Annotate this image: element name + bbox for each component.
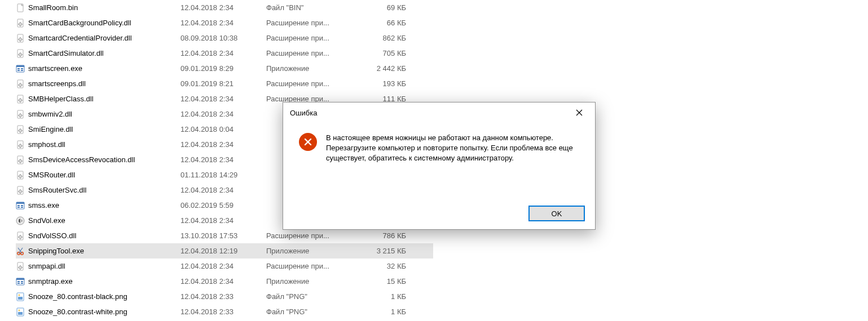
file-row[interactable]: snmpapi.dll12.04.2018 2:34Расширение при… — [16, 258, 433, 274]
file-size: 786 КБ — [355, 231, 406, 240]
file-bin-icon — [16, 3, 25, 12]
file-date: 08.09.2018 10:38 — [180, 34, 266, 42]
file-size: 862 КБ — [355, 34, 406, 42]
svg-rect-62 — [18, 297, 23, 300]
file-type: Файл "PNG" — [266, 292, 355, 301]
file-date: 12.04.2018 2:34 — [180, 49, 266, 57]
file-name: SMBHelperClass.dll — [28, 95, 94, 103]
file-name: snmptrap.exe — [28, 277, 73, 286]
file-exe-icon — [16, 64, 25, 73]
file-dll-icon — [16, 79, 25, 88]
file-date: 12.04.2018 2:34 — [180, 155, 266, 164]
file-snipping-icon — [16, 247, 25, 256]
file-type: Приложение — [266, 64, 355, 73]
file-date: 12.04.2018 2:34 — [180, 110, 266, 118]
file-dll-icon — [16, 95, 25, 104]
svg-point-63 — [19, 294, 20, 296]
file-row[interactable]: smartscreen.exe09.01.2019 8:29Приложение… — [16, 61, 433, 76]
svg-point-3 — [20, 24, 21, 25]
file-dll-icon — [16, 186, 25, 195]
file-row[interactable]: SnippingTool.exe12.04.2018 12:19Приложен… — [16, 243, 433, 258]
file-name: SmartcardCredentialProvider.dll — [28, 34, 132, 42]
file-date: 12.04.2018 2:34 — [180, 186, 266, 194]
svg-point-27 — [20, 130, 21, 131]
dialog-title: Ошибка — [290, 109, 317, 117]
file-date: 09.01.2019 8:29 — [180, 64, 266, 73]
file-type: Расширение при... — [266, 231, 355, 240]
file-row[interactable]: Snooze_80.contrast-white.png12.04.2018 2… — [16, 304, 433, 319]
file-row[interactable]: Snooze_80.contrast-black.png12.04.2018 2… — [16, 289, 433, 304]
file-name: smartscreenps.dll — [28, 79, 86, 88]
svg-point-33 — [20, 160, 21, 162]
svg-point-18 — [20, 84, 21, 86]
svg-point-36 — [20, 176, 21, 177]
error-dialog: Ошибка В настоящее время ножницы не рабо… — [283, 102, 596, 230]
file-name: SMSRouter.dll — [28, 171, 75, 179]
file-date: 13.10.2018 17:53 — [180, 231, 266, 240]
file-dll-icon — [16, 19, 25, 28]
file-png-icon — [16, 292, 25, 301]
file-dll-icon — [16, 155, 25, 164]
file-type: Расширение при... — [266, 34, 355, 42]
file-date: 12.04.2018 0:04 — [180, 125, 266, 133]
file-date: 12.04.2018 2:34 — [180, 140, 266, 149]
file-date: 12.04.2018 2:34 — [180, 19, 266, 27]
file-size: 2 442 КБ — [355, 64, 406, 73]
file-name: SmallRoom.bin — [28, 3, 78, 12]
svg-rect-65 — [18, 312, 23, 315]
file-name: snmpapi.dll — [28, 262, 65, 270]
file-name: smartscreen.exe — [28, 64, 82, 73]
file-row[interactable]: SmartCardBackgroundPolicy.dll12.04.2018 … — [16, 15, 433, 30]
file-row[interactable]: SndVolSSO.dll13.10.2018 17:53Расширение … — [16, 228, 433, 243]
file-size: 1 КБ — [355, 307, 406, 316]
file-dll-icon — [16, 262, 25, 271]
file-type: Приложение — [266, 277, 355, 286]
file-dll-icon — [16, 231, 25, 240]
file-date: 09.01.2019 8:21 — [180, 79, 266, 88]
file-name: SmartCardSimulator.dll — [28, 49, 104, 57]
file-date: 12.04.2018 2:34 — [180, 216, 266, 225]
file-size: 1 КБ — [355, 292, 406, 301]
svg-rect-59 — [21, 281, 23, 282]
dialog-titlebar[interactable]: Ошибка — [283, 102, 595, 123]
svg-point-54 — [20, 267, 21, 268]
file-dll-icon — [16, 49, 25, 58]
file-name: smss.exe — [28, 201, 59, 209]
error-icon — [299, 133, 317, 151]
file-row[interactable]: SmartcardCredentialProvider.dll08.09.201… — [16, 30, 433, 46]
file-row[interactable]: SmallRoom.bin12.04.2018 2:34Файл "BIN"69… — [16, 0, 433, 15]
svg-rect-44 — [21, 205, 23, 206]
file-date: 06.02.2019 5:59 — [180, 201, 266, 209]
file-row[interactable]: smartscreenps.dll09.01.2019 8:21Расширен… — [16, 76, 433, 91]
file-date: 12.04.2018 2:34 — [180, 3, 266, 12]
svg-point-66 — [19, 309, 20, 311]
file-date: 12.04.2018 12:19 — [180, 247, 266, 255]
file-date: 12.04.2018 2:34 — [180, 277, 266, 286]
file-row[interactable]: SmartCardSimulator.dll12.04.2018 2:34Рас… — [16, 46, 433, 61]
svg-point-30 — [20, 145, 21, 146]
file-date: 01.11.2018 14:29 — [180, 171, 266, 179]
svg-point-24 — [20, 115, 21, 116]
file-name: SmiEngine.dll — [28, 125, 73, 133]
file-exe-icon — [16, 201, 25, 210]
ok-button[interactable]: OK — [528, 206, 585, 221]
file-type: Расширение при... — [266, 262, 355, 270]
close-icon[interactable] — [570, 104, 588, 122]
file-size: 69 КБ — [355, 3, 406, 12]
file-size: 15 КБ — [355, 277, 406, 286]
svg-point-39 — [20, 191, 21, 192]
file-type: Приложение — [266, 247, 355, 255]
file-dll-icon — [16, 140, 25, 149]
file-type: Расширение при... — [266, 19, 355, 27]
file-png-icon — [16, 307, 25, 316]
file-dll-icon — [16, 125, 25, 134]
file-name: Snooze_80.contrast-black.png — [28, 292, 127, 301]
file-date: 12.04.2018 2:33 — [180, 292, 266, 301]
file-dll-icon — [16, 34, 25, 43]
file-row[interactable]: snmptrap.exe12.04.2018 2:34Приложение15 … — [16, 274, 433, 289]
svg-rect-15 — [21, 70, 23, 71]
svg-rect-58 — [17, 283, 20, 284]
file-name: SmartCardBackgroundPolicy.dll — [28, 19, 131, 27]
file-date: 12.04.2018 2:34 — [180, 95, 266, 103]
file-dll-icon — [16, 110, 25, 119]
